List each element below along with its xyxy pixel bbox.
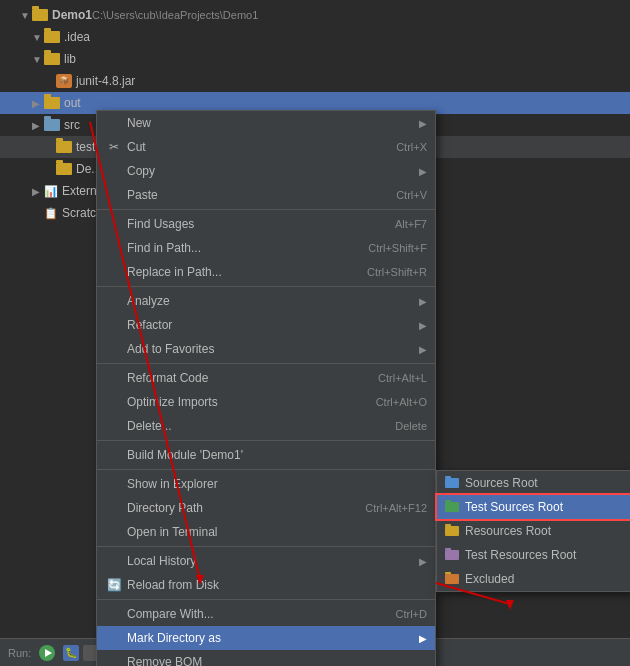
tree-path: C:\Users\cub\IdeaProjects\Demo1 — [92, 9, 258, 21]
menu-item-build[interactable]: Build Module 'Demo1' — [97, 443, 435, 467]
reformat-icon — [105, 369, 123, 387]
menu-item-replace[interactable]: Replace in Path... Ctrl+Shift+R — [97, 260, 435, 284]
tree-arrow: ▼ — [20, 10, 32, 21]
separator-2 — [97, 286, 435, 287]
compare-shortcut: Ctrl+D — [396, 608, 427, 620]
menu-label-cut: Cut — [127, 140, 396, 154]
context-menu: New ▶ ✂ Cut Ctrl+X Copy ▶ Paste Ctrl+V F… — [96, 110, 436, 666]
menu-item-reload[interactable]: 🔄 Reload from Disk — [97, 573, 435, 597]
submenu-item-sources-root[interactable]: Sources Root — [437, 471, 630, 495]
menu-label-compare: Compare With... — [127, 607, 396, 621]
submenu-label-excluded: Excluded — [465, 572, 514, 586]
menu-item-paste[interactable]: Paste Ctrl+V — [97, 183, 435, 207]
favorites-arrow: ▶ — [419, 344, 427, 355]
submenu-label-test-resources-root: Test Resources Root — [465, 548, 576, 562]
menu-item-favorites[interactable]: Add to Favorites ▶ — [97, 337, 435, 361]
menu-item-compare[interactable]: Compare With... Ctrl+D — [97, 602, 435, 626]
tree-arrow-src: ▶ — [32, 120, 44, 131]
run-button[interactable] — [39, 645, 55, 661]
favorites-icon — [105, 340, 123, 358]
sources-root-icon — [445, 478, 459, 488]
menu-item-reformat[interactable]: Reformat Code Ctrl+Alt+L — [97, 366, 435, 390]
tree-item-idea[interactable]: ▼ .idea — [0, 26, 630, 48]
menu-label-mark-dir: Mark Directory as — [127, 631, 415, 645]
find-path-icon — [105, 239, 123, 257]
remove-bom-icon — [105, 653, 123, 666]
find-usages-icon — [105, 215, 123, 233]
tree-item-lib[interactable]: ▼ lib — [0, 48, 630, 70]
tree-label: Demo1 — [52, 8, 92, 22]
debug-button[interactable]: 🐛 — [63, 645, 79, 661]
menu-item-analyze[interactable]: Analyze ▶ — [97, 289, 435, 313]
tree-arrow-out: ▶ — [32, 98, 44, 109]
refactor-icon — [105, 316, 123, 334]
menu-label-copy: Copy — [127, 164, 415, 178]
paste-shortcut: Ctrl+V — [396, 189, 427, 201]
menu-item-find-usages[interactable]: Find Usages Alt+F7 — [97, 212, 435, 236]
refactor-arrow: ▶ — [419, 320, 427, 331]
tree-arrow-lib: ▼ — [32, 54, 44, 65]
run-label: Run: — [8, 647, 31, 659]
debug-icon: 🐛 — [65, 647, 77, 658]
terminal-icon — [105, 523, 123, 541]
menu-label-delete: Delete... — [127, 419, 395, 433]
reformat-shortcut: Ctrl+Alt+L — [378, 372, 427, 384]
build-icon — [105, 446, 123, 464]
find-usages-shortcut: Alt+F7 — [395, 218, 427, 230]
copy-icon — [105, 162, 123, 180]
scratch-icon: 📋 — [44, 207, 58, 220]
menu-label-optimize: Optimize Imports — [127, 395, 376, 409]
menu-item-mark-dir[interactable]: Mark Directory as ▶ — [97, 626, 435, 650]
submenu-label-resources-root: Resources Root — [465, 524, 551, 538]
menu-label-remove-bom: Remove BOM — [127, 655, 427, 666]
history-icon — [105, 552, 123, 570]
folder-icon-idea — [44, 31, 60, 43]
explorer-icon — [105, 475, 123, 493]
menu-item-terminal[interactable]: Open in Terminal — [97, 520, 435, 544]
paste-icon — [105, 186, 123, 204]
excluded-icon — [445, 574, 459, 584]
menu-label-reload: Reload from Disk — [127, 578, 427, 592]
tree-item-junit[interactable]: 📦 junit-4.8.jar — [0, 70, 630, 92]
menu-item-refactor[interactable]: Refactor ▶ — [97, 313, 435, 337]
dir-path-icon — [105, 499, 123, 517]
folder-icon-out — [44, 97, 60, 109]
folder-icon — [32, 9, 48, 21]
menu-item-delete[interactable]: Delete... Delete — [97, 414, 435, 438]
submenu-item-test-resources-root[interactable]: Test Resources Root — [437, 543, 630, 567]
menu-item-remove-bom[interactable]: Remove BOM — [97, 650, 435, 666]
tree-label-out: out — [64, 96, 81, 110]
separator-6 — [97, 546, 435, 547]
menu-item-local-history[interactable]: Local History ▶ — [97, 549, 435, 573]
replace-shortcut: Ctrl+Shift+R — [367, 266, 427, 278]
run-triangle-icon — [45, 649, 52, 657]
menu-label-favorites: Add to Favorites — [127, 342, 415, 356]
extern-icon: 📊 — [44, 185, 58, 198]
menu-item-show-explorer[interactable]: Show in Explorer — [97, 472, 435, 496]
menu-label-show-explorer: Show in Explorer — [127, 477, 427, 491]
copy-arrow: ▶ — [419, 166, 427, 177]
cut-icon: ✂ — [105, 138, 123, 156]
menu-item-new[interactable]: New ▶ — [97, 111, 435, 135]
menu-label-refactor: Refactor — [127, 318, 415, 332]
submenu-label-sources-root: Sources Root — [465, 476, 538, 490]
separator-4 — [97, 440, 435, 441]
dir-path-shortcut: Ctrl+Alt+F12 — [365, 502, 427, 514]
tree-item-demo1[interactable]: ▼ Demo1 C:\Users\cub\IdeaProjects\Demo1 — [0, 4, 630, 26]
tree-label-idea: .idea — [64, 30, 90, 44]
menu-item-dir-path[interactable]: Directory Path Ctrl+Alt+F12 — [97, 496, 435, 520]
menu-item-copy[interactable]: Copy ▶ — [97, 159, 435, 183]
submenu-item-excluded[interactable]: Excluded — [437, 567, 630, 591]
analyze-arrow: ▶ — [419, 296, 427, 307]
tree-label-test: test — [76, 140, 95, 154]
submenu-item-resources-root[interactable]: Resources Root — [437, 519, 630, 543]
separator-3 — [97, 363, 435, 364]
menu-item-find-path[interactable]: Find in Path... Ctrl+Shift+F — [97, 236, 435, 260]
menu-label-reformat: Reformat Code — [127, 371, 378, 385]
submenu-mark-dir: Sources Root Test Sources Root Resources… — [436, 470, 630, 592]
analyze-icon — [105, 292, 123, 310]
menu-label-build: Build Module 'Demo1' — [127, 448, 427, 462]
menu-item-optimize[interactable]: Optimize Imports Ctrl+Alt+O — [97, 390, 435, 414]
menu-item-cut[interactable]: ✂ Cut Ctrl+X — [97, 135, 435, 159]
submenu-item-test-sources-root[interactable]: Test Sources Root — [437, 495, 630, 519]
